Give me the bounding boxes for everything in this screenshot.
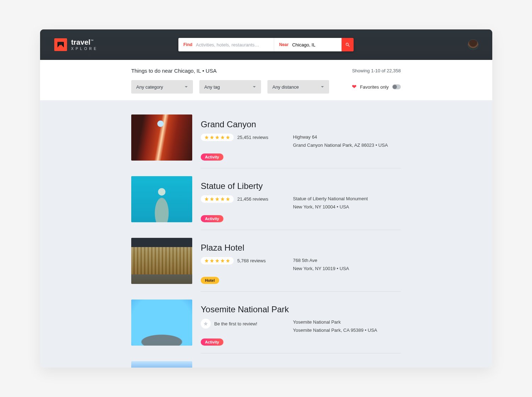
result-card[interactable]: Grand Canyon 25,451 reviews bbox=[131, 114, 401, 168]
result-count: Showing 1-10 of 22,358 bbox=[352, 68, 401, 73]
brand-mark-icon bbox=[54, 38, 67, 51]
star-icon bbox=[220, 258, 225, 263]
filter-bar: Things to do near Chicago, IL • USA Show… bbox=[131, 60, 401, 100]
page-title: Things to do near Chicago, IL • USA bbox=[131, 68, 217, 74]
result-address: 768 5th Ave New York, NY 10019 • USA bbox=[293, 257, 401, 273]
find-label: Find bbox=[183, 42, 192, 47]
search-bar: Find Near bbox=[178, 38, 354, 51]
address-line1: 768 5th Ave bbox=[293, 257, 401, 264]
filter-category[interactable]: Any category bbox=[131, 80, 193, 94]
star-icon bbox=[226, 135, 230, 140]
result-thumbnail bbox=[131, 176, 192, 222]
chevron-down-icon bbox=[184, 85, 188, 89]
brand-logo[interactable]: travel™ XPLORE bbox=[54, 38, 99, 51]
result-card[interactable]: Plaza Hotel 5,768 reviews bbox=[131, 230, 401, 292]
brand-text: travel™ XPLORE bbox=[71, 39, 99, 51]
review-count: 5,768 reviews bbox=[237, 258, 266, 263]
results-list: Grand Canyon 25,451 reviews bbox=[131, 114, 401, 368]
filter-tag-label: Any tag bbox=[204, 84, 220, 90]
result-title: Grand Canyon bbox=[201, 119, 401, 129]
result-address: Yosemite National Park Yosemite National… bbox=[293, 319, 401, 334]
favorites-label: Favorites only bbox=[360, 84, 389, 90]
brand-name: travel bbox=[71, 38, 91, 46]
search-near-field[interactable]: Near bbox=[274, 38, 342, 51]
heart-icon: ❤ bbox=[352, 84, 356, 90]
review-count: 21,456 reviews bbox=[237, 196, 268, 202]
brand-tm: ™ bbox=[90, 39, 94, 43]
filter-distance[interactable]: Any distance bbox=[267, 80, 329, 94]
chevron-down-icon bbox=[253, 85, 256, 89]
filter-category-label: Any category bbox=[136, 84, 163, 90]
filter-tag[interactable]: Any tag bbox=[199, 80, 261, 94]
address-line2: New York, NY 10019 • USA bbox=[293, 265, 401, 273]
favorites-toggle[interactable] bbox=[392, 84, 401, 89]
search-icon bbox=[345, 42, 350, 47]
result-card[interactable]: Statue of Liberty 21,456 reviews bbox=[131, 168, 401, 230]
star-icon bbox=[210, 197, 214, 201]
result-address: Highway 64 Grand Canyon National Park, A… bbox=[293, 134, 401, 149]
results-area: Grand Canyon 25,451 reviews bbox=[40, 100, 492, 368]
star-icon bbox=[204, 197, 209, 201]
app-frame: travel™ XPLORE Find Near Things to do ne… bbox=[40, 29, 492, 368]
brand-sub: XPLORE bbox=[71, 47, 99, 51]
star-icon bbox=[226, 258, 230, 263]
star-icon bbox=[204, 258, 209, 263]
result-title: Plaza Hotel bbox=[201, 243, 401, 253]
result-thumbnail bbox=[131, 238, 192, 284]
address-line2: Yosemite National Park, CA 95389 • USA bbox=[293, 327, 401, 334]
result-card[interactable]: Yosemite National Park Be the first to r… bbox=[131, 292, 401, 353]
result-thumbnail bbox=[131, 361, 192, 368]
address-line1: Yosemite National Park bbox=[293, 319, 401, 326]
tag-hotel[interactable]: Hotel bbox=[201, 277, 219, 284]
address-line2: New York, NY 10004 • USA bbox=[293, 203, 401, 211]
star-icon bbox=[204, 135, 209, 140]
result-address: Statue of Liberty National Monument New … bbox=[293, 195, 401, 211]
search-button[interactable] bbox=[342, 38, 354, 51]
search-near-input[interactable] bbox=[292, 42, 337, 47]
star-rating bbox=[201, 195, 234, 203]
filter-distance-label: Any distance bbox=[272, 84, 299, 90]
tag-activity[interactable]: Activity bbox=[201, 339, 223, 346]
user-avatar[interactable] bbox=[468, 40, 478, 50]
app-header: travel™ XPLORE Find Near bbox=[40, 29, 492, 60]
star-icon bbox=[215, 197, 220, 201]
address-line2: Grand Canyon National Park, AZ 86023 • U… bbox=[293, 142, 401, 149]
address-line1: Highway 64 bbox=[293, 134, 401, 141]
star-rating bbox=[201, 134, 234, 141]
result-thumbnail bbox=[131, 114, 192, 161]
star-icon bbox=[220, 135, 225, 140]
search-find-input[interactable] bbox=[196, 42, 269, 47]
star-icon bbox=[210, 258, 214, 263]
review-count: 25,451 reviews bbox=[237, 135, 268, 140]
near-label: Near bbox=[279, 42, 289, 47]
star-icon bbox=[203, 321, 208, 326]
star-rating-empty bbox=[201, 319, 211, 329]
address-line1: Statue of Liberty National Monument bbox=[293, 195, 401, 203]
star-rating bbox=[201, 257, 234, 264]
be-first-text: Be the first to review! bbox=[214, 321, 257, 326]
result-title: Yosemite National Park bbox=[201, 304, 401, 314]
result-card[interactable] bbox=[131, 353, 401, 368]
star-icon bbox=[210, 135, 214, 140]
tag-activity[interactable]: Activity bbox=[201, 215, 223, 222]
result-thumbnail bbox=[131, 300, 192, 346]
star-icon bbox=[215, 258, 220, 263]
favorites-only: ❤ Favorites only bbox=[352, 84, 401, 90]
tag-activity[interactable]: Activity bbox=[201, 153, 223, 161]
star-icon bbox=[220, 197, 225, 201]
star-icon bbox=[226, 197, 230, 201]
star-icon bbox=[215, 135, 220, 140]
chevron-down-icon bbox=[321, 85, 324, 89]
result-title: Statue of Liberty bbox=[201, 181, 401, 191]
search-find-field[interactable]: Find bbox=[178, 38, 274, 51]
